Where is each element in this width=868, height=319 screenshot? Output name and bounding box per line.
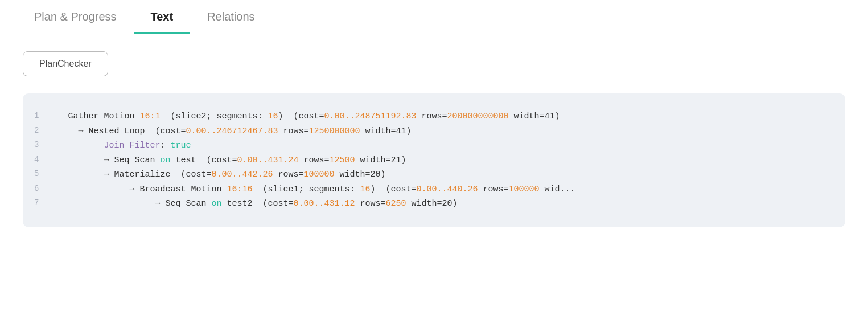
line-number: 2 [28,124,52,139]
code-text: 0.00..248751192.83 [324,112,417,121]
code-text: → Nested Loop (cost= [52,126,186,136]
code-text: 16:16 [227,185,252,194]
line-content: → Broadcast Motion 16:16 (slice1; segmen… [52,182,834,197]
code-text: width=20) [335,170,386,179]
table-row: 1 Gather Motion 16:1 (slice2; segments: … [28,109,834,124]
line-number: 6 [28,182,52,197]
code-text: 16 [360,185,371,194]
code-text: 0.00..431.24 [237,156,298,165]
plan-checker-button[interactable]: PlanChecker [23,51,108,76]
content-area: PlanChecker 1 Gather Motion 16:1 (slice2… [0,34,868,244]
tab-text[interactable]: Text [134,0,191,34]
code-text: rows= [478,185,509,194]
table-row: 7 → Seq Scan on test2 (cost=0.00..431.12… [28,197,834,211]
code-text: (slice2; segments: [160,112,268,121]
line-content: Gather Motion 16:1 (slice2; segments: 16… [52,109,834,124]
line-content: → Seq Scan on test2 (cost=0.00..431.12 r… [52,197,834,211]
code-text: rows= [278,126,308,136]
line-number: 4 [28,153,52,168]
code-text: Gather Motion [52,112,139,121]
code-text: 16:1 [139,112,160,121]
table-row: 3 Join Filter: true [28,138,834,153]
code-text: 0.00..431.12 [294,199,355,208]
code-text: → Materialize (cost= [52,170,211,179]
tab-bar: Plan & Progress Text Relations [0,0,868,34]
code-text: rows= [355,199,386,208]
line-number: 3 [28,138,52,153]
code-text: 200000000000 [447,112,509,121]
code-text: width=41) [360,126,412,136]
code-text: rows= [417,112,447,121]
main-container: Plan & Progress Text Relations PlanCheck… [0,0,868,319]
code-text: 0.00..246712467.83 [186,126,278,136]
line-content: → Seq Scan on test (cost=0.00..431.24 ro… [52,153,834,168]
code-text: → Broadcast Motion [52,185,227,194]
code-text: 1250000000 [309,126,360,136]
table-row: 6 → Broadcast Motion 16:16 (slice1; segm… [28,182,834,197]
table-row: 5 → Materialize (cost=0.00..442.26 rows=… [28,167,834,182]
code-text: → Seq Scan [52,156,160,165]
code-text: → Seq Scan [52,199,211,208]
table-row: 4 → Seq Scan on test (cost=0.00..431.24 … [28,153,834,168]
code-text: 6250 [386,199,406,208]
code-text: width=21) [355,156,406,165]
code-text: (slice1; segments: [252,185,360,194]
code-text: test (cost= [170,156,237,165]
code-text: rows= [299,156,330,165]
line-content: → Nested Loop (cost=0.00..246712467.83 r… [52,124,834,139]
code-text: width=20) [406,199,458,208]
line-number: 1 [28,109,52,124]
code-text: ) (cost= [278,112,324,121]
code-text: true [170,141,191,150]
code-text: : [160,141,170,150]
code-text: Join Filter [104,141,160,150]
tab-relations[interactable]: Relations [190,0,271,34]
code-text [52,141,104,150]
code-text: 16 [268,112,278,121]
code-text: 0.00..442.26 [211,170,273,179]
code-text: 12500 [330,156,355,165]
line-number: 7 [28,197,52,211]
line-content: → Materialize (cost=0.00..442.26 rows=10… [52,167,834,182]
code-block: 1 Gather Motion 16:1 (slice2; segments: … [23,93,845,227]
code-text: test2 (cost= [221,199,293,208]
code-text: ) (cost= [371,185,417,194]
code-text: wid... [540,185,575,194]
line-number: 5 [28,167,52,182]
code-text: on [211,199,221,208]
code-text: on [160,156,170,165]
code-text: 100000 [509,185,540,194]
code-text: 100000 [304,170,335,179]
table-row: 2 → Nested Loop (cost=0.00..246712467.83… [28,124,834,139]
code-text: width=41) [509,112,560,121]
tab-plan-progress[interactable]: Plan & Progress [17,0,134,34]
code-lines: 1 Gather Motion 16:1 (slice2; segments: … [28,109,834,211]
code-text: 0.00..440.26 [417,185,478,194]
line-content: Join Filter: true [52,138,834,153]
code-text: rows= [273,170,303,179]
